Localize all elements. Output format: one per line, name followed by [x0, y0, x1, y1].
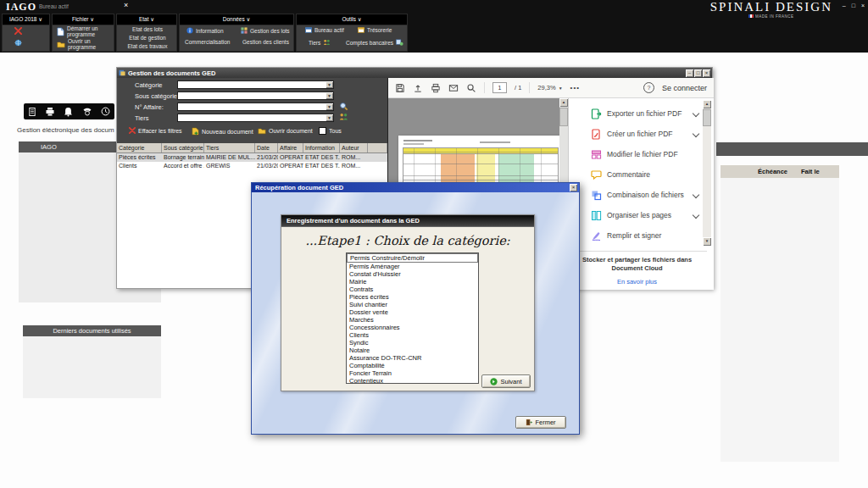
category-listbox[interactable]: Permis Construire/DémolirPermis Aménager…	[346, 252, 479, 384]
email-icon[interactable]	[448, 83, 459, 93]
help-icon[interactable]: ?	[643, 82, 654, 93]
bureau-actif-item[interactable]: Bureau actif	[305, 27, 344, 33]
recent-documents-header[interactable]: Derniers documents utilisés	[23, 325, 161, 336]
affaire-combobox[interactable]: ▼	[177, 103, 334, 111]
dropdown-arrow-icon[interactable]: ▼	[326, 92, 333, 99]
ged-maximize-button[interactable]: □	[694, 69, 702, 77]
category-option[interactable]: Contrats	[347, 286, 478, 293]
checkbox-icon[interactable]	[319, 127, 326, 135]
chevron-down-icon[interactable]	[693, 110, 699, 117]
tools-scrollbar[interactable]: ▲ ▼	[703, 100, 711, 246]
etat-lots-item[interactable]: Etat des lots	[117, 26, 178, 32]
ged-minimize-button[interactable]: –	[686, 69, 693, 77]
learn-more-link[interactable]: En savoir plus	[569, 278, 705, 286]
sign-in-button[interactable]: Se connecter	[662, 84, 707, 92]
category-option[interactable]: Notaire	[347, 347, 478, 354]
col-affaire[interactable]: Affaire	[278, 143, 303, 152]
ribbon-close-icon[interactable]: ×	[124, 1, 128, 9]
col-date[interactable]: Date	[255, 143, 278, 152]
chevron-down-icon[interactable]	[693, 191, 699, 198]
sous-categorie-combobox[interactable]: ▼	[177, 92, 334, 100]
comptes-bancaires-item[interactable]: Comptes bancaires	[346, 39, 403, 46]
scroll-up-icon[interactable]: ▲	[559, 98, 568, 107]
category-option[interactable]: Mairie	[347, 278, 478, 286]
clock-icon[interactable]	[101, 107, 110, 116]
zoom-select[interactable]: 29,3%▼	[537, 84, 562, 92]
category-option[interactable]: Contentieux	[347, 377, 478, 384]
quit-icon[interactable]	[14, 27, 22, 35]
save-icon[interactable]	[395, 83, 405, 93]
etat-travaux-item[interactable]: Etat des travaux	[117, 43, 178, 49]
gestion-lots-item[interactable]: Gestion des lots	[241, 27, 290, 34]
tool-fill-sign[interactable]: Remplir et signer	[569, 225, 714, 246]
category-option[interactable]: Comptabilité	[347, 362, 478, 369]
tresorerie-item[interactable]: Trésorerie	[358, 27, 392, 33]
menu-donnees[interactable]: Données ∨	[180, 14, 293, 25]
tool-create-pdf[interactable]: Créer un fichier PDF	[569, 124, 714, 144]
tool-edit-pdf[interactable]: Modifier le fichier PDF	[569, 144, 714, 164]
category-option[interactable]: Assurance DO-TRC-CNR	[347, 354, 478, 362]
table-row[interactable]: ClientsAccord et offre ... GREWIS21/03/2…	[117, 162, 387, 170]
col-information[interactable]: Information	[303, 143, 340, 152]
col-categorie[interactable]: Catégorie	[117, 143, 162, 152]
more-tools-button[interactable]: •••	[570, 84, 580, 92]
category-option[interactable]: Pièces écrites	[347, 293, 478, 301]
dialog-titlebar[interactable]: Récupération document GED ×	[252, 183, 579, 192]
scroll-thumb[interactable]	[559, 108, 568, 126]
categorie-combobox[interactable]: ▼	[177, 80, 334, 89]
category-option[interactable]: Suivi chantier	[347, 301, 478, 308]
tiers-item[interactable]: Tiers	[309, 39, 331, 46]
category-option[interactable]: Marchés	[347, 316, 478, 324]
dialog-close-button[interactable]: ×	[570, 184, 577, 191]
globe-icon[interactable]	[14, 39, 22, 47]
upload-icon[interactable]	[413, 83, 423, 93]
category-option[interactable]: Syndic	[347, 339, 478, 347]
all-checkbox[interactable]: Tous	[319, 127, 342, 135]
category-option[interactable]: Dossier vente	[347, 308, 478, 316]
ged-close-button[interactable]: ×	[703, 69, 710, 77]
category-option[interactable]: Foncier Terrain	[347, 369, 478, 377]
page-number-input[interactable]: 1	[492, 82, 507, 93]
chevron-down-icon[interactable]	[693, 212, 699, 219]
scroll-up-icon[interactable]: ▲	[703, 100, 711, 108]
dropdown-arrow-icon[interactable]: ▼	[326, 114, 333, 121]
clear-filters-button[interactable]: Effacer les filtres	[129, 127, 182, 134]
menu-etat[interactable]: Etat ∨	[117, 14, 176, 25]
tool-organize-pages[interactable]: Organiser les pages	[569, 205, 714, 225]
ged-titlebar[interactable]: Gestion des documents GED – □ ×	[117, 68, 712, 78]
information-item[interactable]: Information	[186, 27, 224, 34]
tool-combine-files[interactable]: Combinaison de fichiers	[569, 185, 714, 205]
gestion-clients-item[interactable]: Gestion des clients	[242, 39, 289, 45]
search-icon[interactable]	[466, 83, 476, 93]
next-button[interactable]: Suivant	[481, 374, 531, 388]
menu-outils[interactable]: Outils ∨	[297, 14, 407, 25]
commercialisation-item[interactable]: Commercialisation	[185, 39, 230, 45]
menu-fichier[interactable]: Fichier ∨	[53, 14, 114, 25]
close-button[interactable]: ×	[861, 3, 865, 8]
etat-gestion-item[interactable]: Etat de gestion	[117, 35, 178, 41]
search-affaire-icon[interactable]	[339, 102, 348, 111]
col-tiers[interactable]: Tiers	[204, 143, 255, 152]
col-auteur[interactable]: Auteur	[340, 143, 368, 152]
print-icon[interactable]	[431, 83, 441, 93]
category-option[interactable]: Permis Aménager	[347, 263, 478, 270]
category-option[interactable]: Clients	[347, 331, 478, 339]
dropdown-arrow-icon[interactable]: ▼	[326, 81, 333, 88]
category-option[interactable]: Permis Construire/Démolir	[347, 253, 478, 263]
open-document-button[interactable]: Ouvrir document	[258, 127, 313, 135]
tiers-people-icon[interactable]	[339, 113, 348, 121]
printer-icon[interactable]	[45, 107, 55, 116]
phone-icon[interactable]	[82, 107, 92, 116]
bell-icon[interactable]	[64, 107, 73, 117]
start-program-item[interactable]: Démarrer un programme	[57, 26, 113, 37]
col-sous-categorie[interactable]: Sous catégorie	[162, 143, 204, 152]
minimize-button[interactable]: –	[843, 3, 846, 8]
tool-export-pdf[interactable]: Exporter un fichier PDF	[569, 103, 714, 124]
scroll-thumb[interactable]	[703, 109, 711, 126]
chevron-down-icon[interactable]	[693, 130, 699, 137]
scroll-down-icon[interactable]: ▼	[703, 237, 711, 246]
document-icon[interactable]	[28, 107, 36, 117]
open-program-item[interactable]: Ouvrir un programme	[57, 39, 113, 50]
category-option[interactable]: Constat d'Huissier	[347, 270, 478, 278]
category-option[interactable]: Concessionnaires	[347, 324, 478, 331]
